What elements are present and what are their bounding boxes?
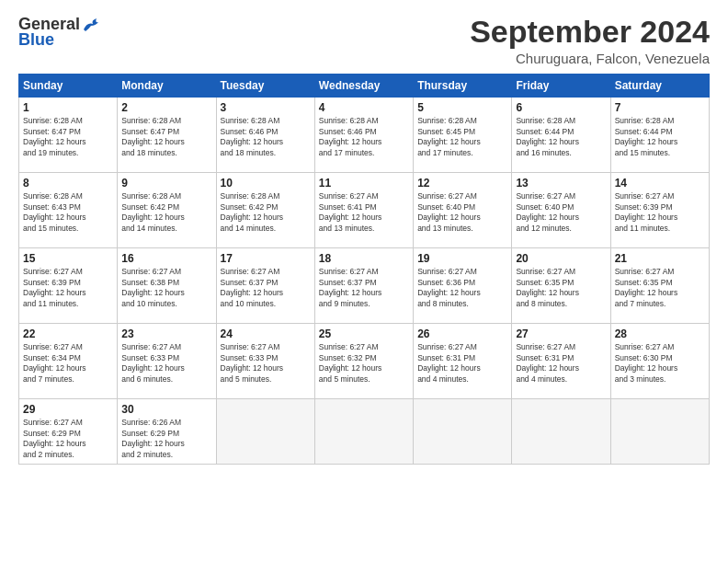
table-row: 8Sunrise: 6:28 AM Sunset: 6:43 PM Daylig… bbox=[19, 173, 118, 248]
day-number: 20 bbox=[516, 252, 606, 265]
month-title: September 2024 bbox=[470, 15, 710, 49]
day-info: Sunrise: 6:27 AM Sunset: 6:39 PM Dayligh… bbox=[23, 267, 113, 309]
table-row: 5Sunrise: 6:28 AM Sunset: 6:45 PM Daylig… bbox=[414, 98, 512, 173]
day-info: Sunrise: 6:28 AM Sunset: 6:45 PM Dayligh… bbox=[417, 116, 507, 158]
table-row: 20Sunrise: 6:27 AM Sunset: 6:35 PM Dayli… bbox=[512, 248, 610, 324]
table-row: 27Sunrise: 6:27 AM Sunset: 6:31 PM Dayli… bbox=[512, 324, 610, 399]
day-number: 3 bbox=[221, 101, 311, 114]
day-info: Sunrise: 6:27 AM Sunset: 6:37 PM Dayligh… bbox=[221, 267, 311, 309]
day-number: 4 bbox=[319, 101, 409, 114]
table-row bbox=[610, 399, 709, 465]
logo: General Blue bbox=[18, 15, 102, 50]
table-row bbox=[414, 399, 512, 465]
day-info: Sunrise: 6:27 AM Sunset: 6:39 PM Dayligh… bbox=[615, 191, 705, 234]
table-row: 22Sunrise: 6:27 AM Sunset: 6:34 PM Dayli… bbox=[19, 324, 118, 399]
day-number: 14 bbox=[615, 177, 705, 190]
table-row bbox=[512, 399, 610, 465]
col-tuesday: Tuesday bbox=[216, 75, 314, 98]
table-row bbox=[216, 399, 314, 465]
day-number: 29 bbox=[23, 403, 113, 416]
calendar-week-2: 8Sunrise: 6:28 AM Sunset: 6:43 PM Daylig… bbox=[19, 173, 710, 248]
table-row: 30Sunrise: 6:26 AM Sunset: 6:29 PM Dayli… bbox=[118, 399, 216, 465]
table-row: 13Sunrise: 6:27 AM Sunset: 6:40 PM Dayli… bbox=[512, 173, 610, 248]
day-number: 21 bbox=[615, 252, 705, 265]
day-info: Sunrise: 6:28 AM Sunset: 6:44 PM Dayligh… bbox=[615, 116, 705, 158]
day-info: Sunrise: 6:28 AM Sunset: 6:47 PM Dayligh… bbox=[121, 116, 211, 158]
day-info: Sunrise: 6:27 AM Sunset: 6:41 PM Dayligh… bbox=[319, 191, 409, 234]
col-sunday: Sunday bbox=[19, 75, 118, 98]
day-number: 11 bbox=[319, 177, 409, 190]
day-info: Sunrise: 6:27 AM Sunset: 6:37 PM Dayligh… bbox=[319, 267, 409, 309]
day-number: 8 bbox=[23, 177, 113, 190]
table-row: 23Sunrise: 6:27 AM Sunset: 6:33 PM Dayli… bbox=[118, 324, 216, 399]
title-section: September 2024 Churuguara, Falcon, Venez… bbox=[470, 15, 710, 66]
col-saturday: Saturday bbox=[610, 75, 709, 98]
day-number: 22 bbox=[23, 327, 113, 340]
table-row: 4Sunrise: 6:28 AM Sunset: 6:46 PM Daylig… bbox=[314, 98, 413, 173]
calendar-table: Sunday Monday Tuesday Wednesday Thursday… bbox=[18, 74, 710, 465]
day-info: Sunrise: 6:27 AM Sunset: 6:29 PM Dayligh… bbox=[23, 418, 113, 460]
header: General Blue September 2024 Churuguara, … bbox=[18, 15, 710, 66]
day-info: Sunrise: 6:27 AM Sunset: 6:31 PM Dayligh… bbox=[417, 342, 507, 385]
day-info: Sunrise: 6:27 AM Sunset: 6:38 PM Dayligh… bbox=[121, 267, 211, 309]
day-number: 2 bbox=[121, 101, 211, 114]
day-info: Sunrise: 6:27 AM Sunset: 6:32 PM Dayligh… bbox=[319, 342, 409, 385]
day-info: Sunrise: 6:28 AM Sunset: 6:46 PM Dayligh… bbox=[319, 116, 409, 158]
day-number: 24 bbox=[221, 327, 311, 340]
table-row: 18Sunrise: 6:27 AM Sunset: 6:37 PM Dayli… bbox=[314, 248, 413, 324]
table-row: 12Sunrise: 6:27 AM Sunset: 6:40 PM Dayli… bbox=[414, 173, 512, 248]
day-number: 12 bbox=[417, 177, 507, 190]
calendar-week-3: 15Sunrise: 6:27 AM Sunset: 6:39 PM Dayli… bbox=[19, 248, 710, 324]
day-info: Sunrise: 6:28 AM Sunset: 6:46 PM Dayligh… bbox=[221, 116, 311, 158]
day-info: Sunrise: 6:27 AM Sunset: 6:35 PM Dayligh… bbox=[615, 267, 705, 309]
calendar-week-1: 1Sunrise: 6:28 AM Sunset: 6:47 PM Daylig… bbox=[19, 98, 710, 173]
table-row: 7Sunrise: 6:28 AM Sunset: 6:44 PM Daylig… bbox=[610, 98, 709, 173]
day-number: 9 bbox=[121, 177, 211, 190]
col-monday: Monday bbox=[118, 75, 216, 98]
day-info: Sunrise: 6:27 AM Sunset: 6:35 PM Dayligh… bbox=[516, 267, 606, 309]
table-row: 28Sunrise: 6:27 AM Sunset: 6:30 PM Dayli… bbox=[610, 324, 709, 399]
day-number: 25 bbox=[319, 327, 409, 340]
table-row: 1Sunrise: 6:28 AM Sunset: 6:47 PM Daylig… bbox=[19, 98, 118, 173]
day-number: 13 bbox=[516, 177, 606, 190]
day-info: Sunrise: 6:27 AM Sunset: 6:34 PM Dayligh… bbox=[23, 342, 113, 385]
day-info: Sunrise: 6:27 AM Sunset: 6:40 PM Dayligh… bbox=[417, 191, 507, 234]
day-info: Sunrise: 6:28 AM Sunset: 6:47 PM Dayligh… bbox=[23, 116, 113, 158]
day-number: 28 bbox=[615, 327, 705, 340]
day-info: Sunrise: 6:28 AM Sunset: 6:42 PM Dayligh… bbox=[221, 191, 311, 234]
day-number: 6 bbox=[516, 101, 606, 114]
table-row: 9Sunrise: 6:28 AM Sunset: 6:42 PM Daylig… bbox=[118, 173, 216, 248]
day-number: 15 bbox=[23, 252, 113, 265]
table-row: 6Sunrise: 6:28 AM Sunset: 6:44 PM Daylig… bbox=[512, 98, 610, 173]
day-number: 17 bbox=[221, 252, 311, 265]
calendar-week-5: 29Sunrise: 6:27 AM Sunset: 6:29 PM Dayli… bbox=[19, 399, 710, 465]
day-number: 23 bbox=[121, 327, 211, 340]
day-number: 30 bbox=[121, 403, 211, 416]
day-info: Sunrise: 6:28 AM Sunset: 6:43 PM Dayligh… bbox=[23, 191, 113, 234]
table-row: 2Sunrise: 6:28 AM Sunset: 6:47 PM Daylig… bbox=[118, 98, 216, 173]
day-number: 7 bbox=[615, 101, 705, 114]
day-info: Sunrise: 6:27 AM Sunset: 6:36 PM Dayligh… bbox=[417, 267, 507, 309]
day-number: 19 bbox=[417, 252, 507, 265]
logo-bird-icon bbox=[82, 17, 102, 33]
col-thursday: Thursday bbox=[414, 75, 512, 98]
location-subtitle: Churuguara, Falcon, Venezuela bbox=[470, 51, 710, 66]
table-row: 11Sunrise: 6:27 AM Sunset: 6:41 PM Dayli… bbox=[314, 173, 413, 248]
table-row: 15Sunrise: 6:27 AM Sunset: 6:39 PM Dayli… bbox=[19, 248, 118, 324]
day-number: 1 bbox=[23, 101, 113, 114]
logo-blue: Blue bbox=[18, 30, 54, 50]
day-number: 16 bbox=[121, 252, 211, 265]
table-row: 10Sunrise: 6:28 AM Sunset: 6:42 PM Dayli… bbox=[216, 173, 314, 248]
table-row: 26Sunrise: 6:27 AM Sunset: 6:31 PM Dayli… bbox=[414, 324, 512, 399]
day-info: Sunrise: 6:27 AM Sunset: 6:30 PM Dayligh… bbox=[615, 342, 705, 385]
day-info: Sunrise: 6:27 AM Sunset: 6:40 PM Dayligh… bbox=[516, 191, 606, 234]
day-number: 18 bbox=[319, 252, 409, 265]
day-number: 26 bbox=[417, 327, 507, 340]
day-number: 10 bbox=[221, 177, 311, 190]
calendar-page: General Blue September 2024 Churuguara, … bbox=[0, 0, 728, 563]
day-info: Sunrise: 6:27 AM Sunset: 6:31 PM Dayligh… bbox=[516, 342, 606, 385]
day-number: 27 bbox=[516, 327, 606, 340]
header-row: Sunday Monday Tuesday Wednesday Thursday… bbox=[19, 75, 710, 98]
table-row: 25Sunrise: 6:27 AM Sunset: 6:32 PM Dayli… bbox=[314, 324, 413, 399]
day-info: Sunrise: 6:28 AM Sunset: 6:42 PM Dayligh… bbox=[121, 191, 211, 234]
